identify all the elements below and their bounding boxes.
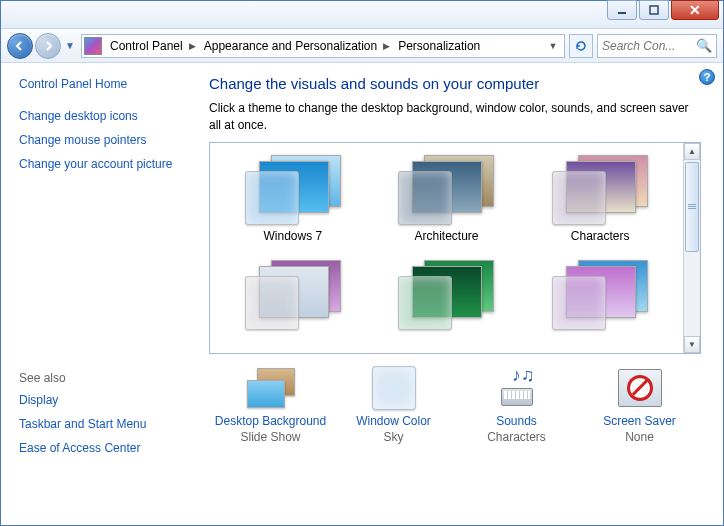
sidebar: Control Panel Home Change desktop icons … [1,63,209,525]
seealso-header: See also [19,371,191,385]
themes-scrollbar[interactable]: ▲ ▼ [683,143,700,353]
maximize-button[interactable] [639,0,669,20]
svg-rect-0 [618,12,626,14]
address-bar[interactable]: Control Panel▶ Appearance and Personaliz… [81,34,565,58]
search-input[interactable] [602,39,692,53]
search-icon: 🔍 [696,38,712,53]
theme-item[interactable] [398,260,494,345]
sidebar-link-desktop-icons[interactable]: Change desktop icons [19,109,191,123]
close-button[interactable]: ✕ [671,0,719,20]
search-box[interactable]: 🔍 [597,34,717,58]
forward-button[interactable] [35,33,61,59]
sounds-icon: ♪♫ [495,366,539,410]
sidebar-link-mouse-pointers[interactable]: Change mouse pointers [19,133,191,147]
sidebar-link-account-picture[interactable]: Change your account picture [19,157,191,171]
page-subtext: Click a theme to change the desktop back… [209,100,701,134]
option-label: Desktop Background [215,414,326,428]
option-label: Window Color [356,414,431,428]
personalization-icon [84,37,102,55]
seealso-ease-of-access[interactable]: Ease of Access Center [19,441,191,455]
theme-windows7[interactable]: Windows 7 [245,155,341,254]
breadcrumb-mid[interactable]: Appearance and Personalization▶ [200,35,394,57]
theme-item[interactable] [552,260,648,345]
option-screen-saver[interactable]: Screen Saver None [584,366,696,444]
theme-label: Architecture [414,229,478,243]
minimize-button[interactable] [607,0,637,20]
sidebar-home-link[interactable]: Control Panel Home [19,77,191,91]
main-pane: ? Change the visuals and sounds on your … [209,63,723,525]
back-button[interactable] [7,33,33,59]
help-icon[interactable]: ? [699,69,715,85]
personalization-window: ✕ ▼ Control Panel▶ Appearance and Person… [0,0,724,526]
refresh-button[interactable] [569,34,593,58]
option-desktop-background[interactable]: Desktop Background Slide Show [215,366,327,444]
screen-saver-icon [618,369,662,407]
scroll-up-button[interactable]: ▲ [684,143,700,160]
theme-label: Characters [571,229,630,243]
option-label: Screen Saver [603,414,676,428]
option-sounds[interactable]: ♪♫ Sounds Characters [461,366,573,444]
history-dropdown[interactable]: ▼ [63,40,77,51]
page-heading: Change the visuals and sounds on your co… [209,75,701,92]
theme-item[interactable] [245,260,341,345]
breadcrumb-leaf[interactable]: Personalization [394,35,484,57]
theme-label: Windows 7 [263,229,322,243]
themes-frame: Windows 7 Architecture Characters [209,142,701,354]
seealso-taskbar[interactable]: Taskbar and Start Menu [19,417,191,431]
address-dropdown[interactable]: ▼ [544,41,562,51]
option-label: Sounds [496,414,537,428]
seealso-display[interactable]: Display [19,393,191,407]
svg-rect-1 [650,6,658,14]
navbar: ▼ Control Panel▶ Appearance and Personal… [1,29,723,63]
scroll-thumb[interactable] [685,162,699,252]
scroll-down-button[interactable]: ▼ [684,336,700,353]
option-value: Characters [487,430,546,444]
theme-architecture[interactable]: Architecture [398,155,494,254]
titlebar: ✕ [1,1,723,29]
options-row: Desktop Background Slide Show Window Col… [209,366,701,444]
desktop-background-icon [247,368,295,408]
option-value: Slide Show [240,430,300,444]
breadcrumb-root[interactable]: Control Panel▶ [106,35,200,57]
option-value: Sky [383,430,403,444]
option-value: None [625,430,654,444]
theme-characters[interactable]: Characters [552,155,648,254]
window-color-icon [372,366,416,410]
option-window-color[interactable]: Window Color Sky [338,366,450,444]
